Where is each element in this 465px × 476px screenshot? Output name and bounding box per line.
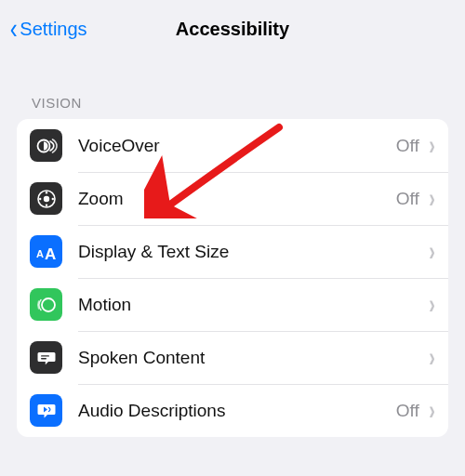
back-label: Settings — [20, 19, 86, 40]
cell-label: Zoom — [78, 189, 396, 209]
cell-audio-descriptions[interactable]: Audio Descriptions Off › — [17, 384, 448, 437]
cell-voiceover[interactable]: VoiceOver Off › — [17, 119, 448, 172]
cell-spoken-content[interactable]: Spoken Content › — [17, 331, 448, 384]
svg-text:A: A — [45, 245, 56, 261]
vision-group: VoiceOver Off › Zoom Off › AA Display & … — [17, 119, 448, 437]
back-button[interactable]: ‹ Settings — [9, 0, 87, 58]
chevron-left-icon: ‹ — [10, 21, 18, 36]
zoom-icon — [30, 182, 62, 215]
svg-point-6 — [51, 197, 53, 199]
chevron-right-icon: › — [429, 236, 435, 268]
svg-rect-10 — [41, 355, 49, 356]
chevron-right-icon: › — [429, 130, 435, 162]
motion-icon — [30, 288, 62, 321]
cell-label: Display & Text Size — [78, 242, 419, 262]
display-text-size-icon: AA — [30, 235, 62, 268]
cell-label: VoiceOver — [78, 136, 396, 156]
cell-label: Motion — [78, 295, 419, 315]
chevron-right-icon: › — [429, 342, 435, 374]
svg-rect-11 — [41, 358, 46, 359]
cell-value: Off — [396, 401, 419, 421]
cell-motion[interactable]: Motion › — [17, 278, 448, 331]
section-header-vision: VISION — [0, 58, 465, 119]
audio-descriptions-icon — [30, 394, 62, 427]
cell-value: Off — [396, 189, 419, 209]
svg-point-2 — [43, 195, 48, 201]
spoken-content-icon — [30, 341, 62, 374]
svg-text:A: A — [36, 248, 44, 259]
navigation-bar: ‹ Settings Accessibility — [0, 0, 465, 58]
chevron-right-icon: › — [429, 395, 435, 427]
voiceover-icon — [30, 129, 62, 162]
svg-point-4 — [45, 204, 46, 205]
svg-point-5 — [39, 197, 41, 199]
cell-zoom[interactable]: Zoom Off › — [17, 172, 448, 225]
cell-value: Off — [396, 136, 419, 156]
chevron-right-icon: › — [429, 183, 435, 215]
chevron-right-icon: › — [429, 289, 435, 321]
cell-label: Spoken Content — [78, 348, 419, 368]
cell-display-text-size[interactable]: AA Display & Text Size › — [17, 225, 448, 278]
cell-label: Audio Descriptions — [78, 401, 396, 421]
page-title: Accessibility — [176, 19, 289, 40]
svg-point-9 — [42, 298, 55, 311]
svg-point-3 — [45, 192, 46, 193]
